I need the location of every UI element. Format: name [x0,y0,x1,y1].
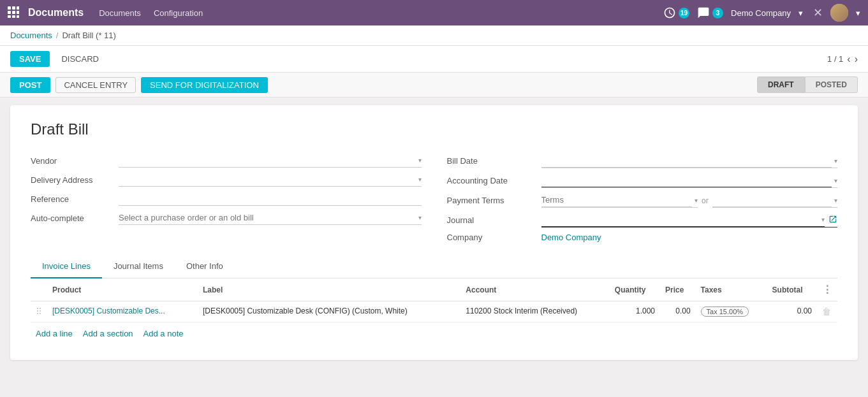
company-label: Company [447,233,536,242]
next-page-btn[interactable]: › [855,54,858,65]
journal-arrow-icon[interactable]: ▾ [821,216,825,223]
col-taxes-header: Taxes [696,278,767,301]
cell-product[interactable]: [DESK0005] Customizable Des... [47,301,198,322]
bill-date-input[interactable] [541,154,832,168]
company-value[interactable]: Demo Company [541,233,601,242]
svg-rect-4 [12,11,15,14]
avatar-dropdown[interactable]: ▾ [856,8,860,18]
accounting-date-arrow-icon[interactable]: ▾ [834,177,837,184]
company-name[interactable]: Demo Company [731,8,791,18]
activity-badge-btn[interactable]: 19 [663,6,689,19]
cell-quantity[interactable]: 1.000 [610,301,660,322]
vendor-select-wrap: ▾ [119,154,422,168]
form-right-section: Bill Date ▾ Accounting Date 08/07/2020 ▾… [447,154,838,242]
tab-other-info[interactable]: Other Info [175,255,235,278]
svg-rect-0 [8,6,11,10]
payment-date-wrap: 08/07/2020 ▾ [712,193,837,208]
svg-rect-8 [17,15,19,18]
add-section-link[interactable]: Add a section [83,329,133,338]
reference-input[interactable] [119,192,422,206]
company-row: Company Demo Company [447,233,838,242]
nav-configuration[interactable]: Configuration [154,8,203,18]
grid-icon[interactable] [8,6,19,20]
add-links: Add a line Add a section Add a note [31,322,837,345]
form-grid: Vendor ▾ Delivery Address ▾ Reference [31,154,837,242]
delivery-arrow-icon[interactable]: ▾ [418,176,422,183]
nav-documents[interactable]: Documents [99,8,141,18]
journal-row: Journal Vendor Bills (USD) ▾ [447,213,838,227]
reference-row: Reference [31,192,422,206]
terms-arrow-icon[interactable]: ▾ [695,197,698,204]
or-text: or [702,196,709,205]
col-subtotal-header: Subtotal [767,278,817,301]
col-price-header: Price [660,278,696,301]
action-bar: SAVE DISCARD 1 / 1 ‹ › [0,46,868,73]
reference-label: Reference [31,194,114,204]
save-button[interactable]: SAVE [10,51,50,67]
svg-rect-3 [8,11,11,14]
status-draft[interactable]: DRAFT [757,76,805,93]
vendor-input[interactable] [119,154,416,167]
main-content: Draft Bill Vendor ▾ Delivery Address ▾ [0,97,868,396]
delivery-input[interactable] [119,173,416,186]
top-nav: Documents Documents Configuration 19 3 D… [0,0,868,25]
cancel-entry-button[interactable]: CANCEL ENTRY [55,77,136,93]
terms-select[interactable] [541,193,692,207]
col-account-header: Account [460,278,610,301]
col-label-header: Label [198,278,460,301]
payment-date-input[interactable]: 08/07/2020 [712,193,832,207]
table-row: ⠿ [DESK0005] Customizable Des... [DESK00… [31,301,837,322]
add-line-link[interactable]: Add a line [36,329,73,338]
form-left-section: Vendor ▾ Delivery Address ▾ Reference [31,154,422,242]
autocomplete-arrow-icon[interactable]: ▾ [418,214,422,221]
company-dropdown-arrow[interactable]: ▾ [798,8,803,18]
cell-price[interactable]: 0.00 [660,301,696,322]
drag-handle-icon[interactable]: ⠿ [36,307,42,317]
nav-links: Documents Configuration [99,8,663,18]
tab-invoice-lines[interactable]: Invoice Lines [31,255,102,278]
page-info: 1 / 1 [827,54,843,64]
cell-label[interactable]: [DESK0005] Customizable Desk (CONFIG) (C… [198,301,460,322]
autocomplete-row: Auto-complete ▾ [31,211,422,225]
svg-rect-7 [12,15,15,18]
activity-badge: 19 [679,8,689,18]
accounting-date-wrap: 08/07/2020 ▾ [541,173,838,188]
avatar[interactable] [830,4,848,22]
vendor-row: Vendor ▾ [31,154,422,168]
bill-date-arrow-icon[interactable]: ▾ [834,157,837,164]
column-options-icon[interactable]: ⋮ [822,284,832,295]
col-quantity-header: Quantity [610,278,660,301]
chat-badge-btn[interactable]: 3 [697,6,723,19]
breadcrumb-separator: / [56,31,59,40]
accounting-date-label: Accounting Date [447,176,536,185]
discard-button[interactable]: DISCARD [55,51,105,67]
app-title: Documents [28,7,84,18]
vendor-arrow-icon[interactable]: ▾ [418,157,422,164]
status-posted[interactable]: POSTED [805,76,858,93]
cell-taxes[interactable]: Tax 15.00% [696,301,767,322]
svg-rect-6 [8,15,11,18]
breadcrumb-current: Draft Bill (* 11) [62,31,116,40]
payment-date-arrow-icon[interactable]: ▾ [834,197,837,204]
autocomplete-input[interactable] [119,211,416,224]
prev-page-btn[interactable]: ‹ [847,54,850,65]
delivery-row: Delivery Address ▾ [31,173,422,187]
cell-delete[interactable]: 🗑 [817,301,837,322]
add-note-link[interactable]: Add a note [143,329,184,338]
breadcrumb: Documents / Draft Bill (* 11) [0,25,868,46]
cell-account[interactable]: 110200 Stock Interim (Received) [460,301,610,322]
tabs: Invoice Lines Journal Items Other Info [31,255,837,278]
form-title: Draft Bill [31,120,837,138]
tab-journal-items[interactable]: Journal Items [102,255,175,278]
journal-input[interactable]: Vendor Bills (USD) [541,213,820,226]
digitalize-button[interactable]: SEND FOR DIGITALIZATION [141,77,268,93]
close-btn[interactable]: ✕ [813,6,823,20]
journal-external-link-icon[interactable] [828,215,837,226]
post-button[interactable]: POST [10,77,50,93]
terms-select-wrap: ▾ [541,193,698,208]
breadcrumb-parent[interactable]: Documents [10,31,52,40]
invoice-lines-table-wrap: Product Label Account Quantity Price Tax… [31,278,837,345]
delete-row-icon[interactable]: 🗑 [822,307,831,317]
right-items: 19 3 Demo Company ▾ ✕ ▾ [663,4,860,22]
accounting-date-input[interactable]: 08/07/2020 [541,173,832,187]
